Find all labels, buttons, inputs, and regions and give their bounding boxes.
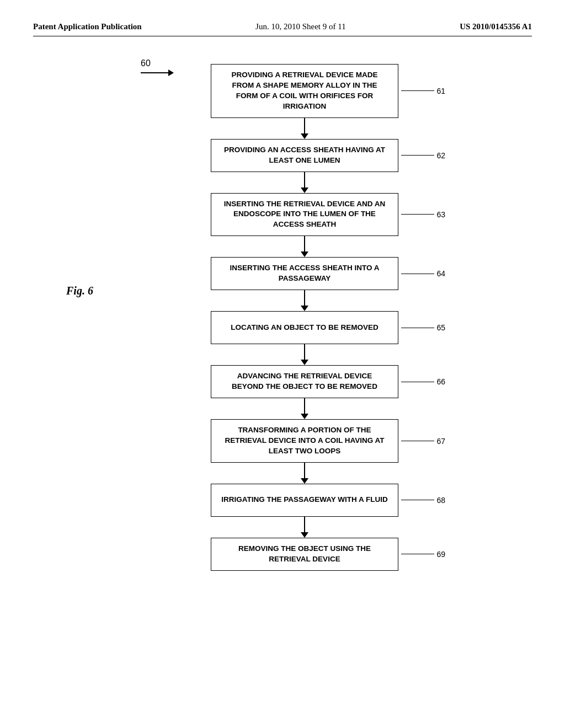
step-row-69: REMOVING THE OBJECT USING THE RETRIEVAL … xyxy=(77,538,532,571)
ref-line-67: 67 xyxy=(401,437,445,446)
ref-number-65: 65 xyxy=(436,323,445,332)
arrow-line xyxy=(304,463,305,478)
ref-line-63: 63 xyxy=(401,210,445,219)
ref-dash-67 xyxy=(401,441,434,441)
ref-number-68: 68 xyxy=(436,496,445,505)
ref-line-62: 62 xyxy=(401,151,445,160)
arrow-line xyxy=(304,517,305,532)
header-publication-type: Patent Application Publication xyxy=(33,22,142,31)
step-box-69: REMOVING THE OBJECT USING THE RETRIEVAL … xyxy=(211,538,398,571)
ref-line-65: 65 xyxy=(401,323,445,332)
ref-line-64: 64 xyxy=(401,269,445,278)
step-row-62: PROVIDING AN ACCESS SHEATH HAVING AT LEA… xyxy=(77,139,532,172)
ref-dash-61 xyxy=(401,90,434,91)
arrow-64-to-65 xyxy=(211,290,398,311)
arrow-head xyxy=(301,360,308,365)
step-box-61: PROVIDING A RETRIEVAL DEVICE MADE FROM A… xyxy=(211,64,398,118)
ref-line-66: 66 xyxy=(401,377,445,386)
arrow-66-to-67 xyxy=(211,398,398,419)
header-patent-number: US 2010/0145356 A1 xyxy=(460,22,532,31)
step-box-64: INSERTING THE ACCESS SHEATH INTO A PASSA… xyxy=(211,257,398,290)
ref-dash-66 xyxy=(401,382,434,382)
arrow-line xyxy=(304,118,305,133)
step-box-63: INSERTING THE RETRIEVAL DEVICE AND AN EN… xyxy=(211,193,398,237)
step-row-61: PROVIDING A RETRIEVAL DEVICE MADE FROM A… xyxy=(77,64,532,118)
ref-number-61: 61 xyxy=(436,87,445,95)
header-date-sheet: Jun. 10, 2010 Sheet 9 of 11 xyxy=(255,22,346,31)
step-box-62: PROVIDING AN ACCESS SHEATH HAVING AT LEA… xyxy=(211,139,398,172)
step-row-67: TRANSFORMING A PORTION OF THE RETRIEVAL … xyxy=(77,419,532,463)
step-row-66: ADVANCING THE RETRIEVAL DEVICE BEYOND TH… xyxy=(77,365,532,398)
arrow-line xyxy=(304,344,305,360)
arrow-line xyxy=(304,290,305,306)
ref-dash-65 xyxy=(401,328,434,328)
arrow-head xyxy=(301,188,308,193)
step-box-65: LOCATING AN OBJECT TO BE REMOVED xyxy=(211,311,398,344)
step-row-68: IRRIGATING THE PASSAGEWAY WITH A FLUID68 xyxy=(77,484,532,517)
arrow-head xyxy=(301,251,308,257)
ref-line-61: 61 xyxy=(401,87,445,95)
arrow-65-to-66 xyxy=(211,344,398,365)
ref-dash-68 xyxy=(401,500,434,500)
arrow-head xyxy=(301,478,308,484)
arrow-62-to-63 xyxy=(211,172,398,193)
step-row-64: INSERTING THE ACCESS SHEATH INTO A PASSA… xyxy=(77,257,532,290)
ref-number-66: 66 xyxy=(436,377,445,386)
ref-number-62: 62 xyxy=(436,151,445,160)
arrow-63-to-64 xyxy=(211,236,398,257)
ref-dash-62 xyxy=(401,155,434,156)
ref-dash-63 xyxy=(401,214,434,215)
diagram-area: Fig. 6 60 PROVIDING A RETRIEVAL DEVICE M… xyxy=(33,53,532,571)
arrow-67-to-68 xyxy=(211,463,398,484)
ref-dash-69 xyxy=(401,554,434,554)
step-row-63: INSERTING THE RETRIEVAL DEVICE AND AN EN… xyxy=(77,193,532,237)
ref-line-68: 68 xyxy=(401,496,445,505)
arrow-head xyxy=(301,133,308,139)
arrow-61-to-62 xyxy=(211,118,398,139)
ref-dash-64 xyxy=(401,274,434,274)
flow-diagram: PROVIDING A RETRIEVAL DEVICE MADE FROM A… xyxy=(77,64,532,571)
page: Patent Application Publication Jun. 10, … xyxy=(0,0,565,728)
arrow-head xyxy=(301,306,308,311)
step-box-68: IRRIGATING THE PASSAGEWAY WITH A FLUID xyxy=(211,484,398,517)
step-box-67: TRANSFORMING A PORTION OF THE RETRIEVAL … xyxy=(211,419,398,463)
ref-number-67: 67 xyxy=(436,437,445,446)
ref-line-69: 69 xyxy=(401,550,445,559)
arrow-68-to-69 xyxy=(211,517,398,538)
arrow-line xyxy=(304,398,305,414)
arrow-line xyxy=(304,172,305,188)
arrow-head xyxy=(301,532,308,538)
ref-number-64: 64 xyxy=(436,269,445,278)
step-row-65: LOCATING AN OBJECT TO BE REMOVED65 xyxy=(77,311,532,344)
page-header: Patent Application Publication Jun. 10, … xyxy=(33,22,532,36)
ref-number-69: 69 xyxy=(436,550,445,559)
arrow-line xyxy=(304,236,305,251)
step-box-66: ADVANCING THE RETRIEVAL DEVICE BEYOND TH… xyxy=(211,365,398,398)
arrow-head xyxy=(301,414,308,419)
ref-number-63: 63 xyxy=(436,210,445,219)
